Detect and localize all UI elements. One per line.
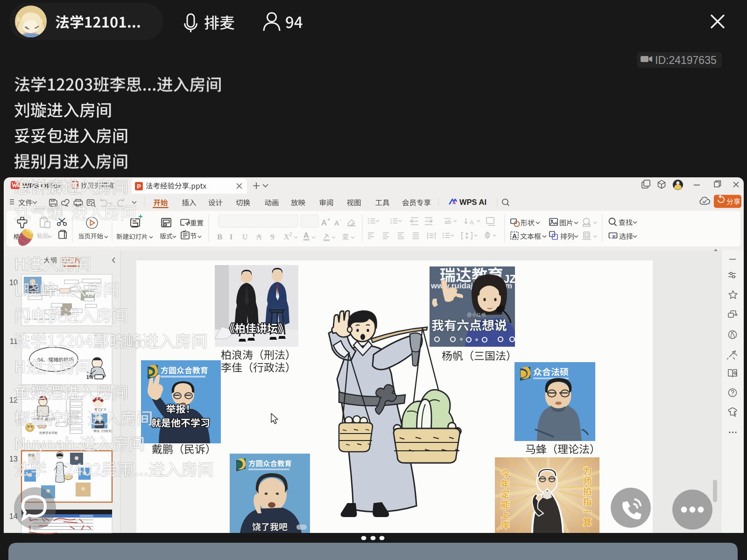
svg-text:I: I <box>230 233 233 241</box>
svg-text:1%: 1% <box>86 375 93 380</box>
svg-text:11: 11 <box>10 337 18 345</box>
svg-text:+: + <box>327 217 330 222</box>
svg-text:A: A <box>321 218 327 227</box>
svg-text:B: B <box>217 232 222 241</box>
svg-text:ID:24197635: ID:24197635 <box>655 54 717 66</box>
svg-text:A: A <box>470 219 474 226</box>
svg-text:U: U <box>242 233 248 241</box>
svg-text:P: P <box>137 183 141 190</box>
svg-text:-: - <box>339 217 341 222</box>
svg-text:ab: ab <box>444 218 451 225</box>
svg-text:12: 12 <box>9 396 18 404</box>
svg-text:13: 13 <box>9 455 18 463</box>
svg-text:X: X <box>284 233 289 241</box>
svg-text:A: A <box>303 231 309 239</box>
svg-text:2: 2 <box>289 232 292 237</box>
svg-text:A: A <box>334 219 339 227</box>
svg-text:A: A <box>256 233 262 241</box>
svg-text:S: S <box>270 233 275 241</box>
svg-text:A: A <box>512 232 517 240</box>
svg-text:@小红书: @小红书 <box>467 312 486 317</box>
svg-text:WPS AI: WPS AI <box>459 198 486 206</box>
